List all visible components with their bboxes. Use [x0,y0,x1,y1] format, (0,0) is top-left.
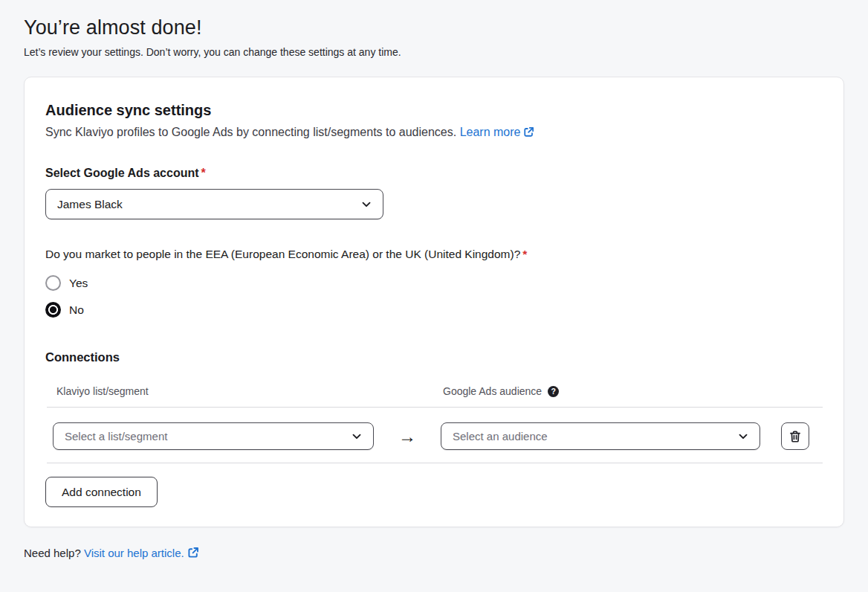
external-link-icon [187,547,199,559]
eea-question-text: Do you market to people in the EEA (Euro… [45,248,520,260]
audience-select[interactable]: Select an audience [441,422,760,450]
radio-selected-icon [45,302,61,318]
radio-option-no[interactable]: No [45,302,84,318]
chevron-down-icon [351,431,363,443]
radio-option-no-label: No [69,303,84,317]
external-link-icon [523,126,534,138]
audience-placeholder: Select an audience [453,430,548,443]
list-segment-placeholder: Select a list/segment [65,430,167,443]
radio-option-yes-label: Yes [69,277,88,290]
help-footer: Need help? Visit our help article. [24,547,844,559]
delete-connection-button[interactable] [781,422,809,450]
chevron-down-icon [360,199,372,210]
page-title: You’re almost done! [24,16,844,39]
page: You’re almost done! Let’s review your se… [0,0,868,582]
card-description-text: Sync Klaviyo profiles to Google Ads by c… [45,126,456,138]
eea-question-label: Do you market to people in the EEA (Euro… [45,248,823,261]
required-marker: * [522,248,527,260]
learn-more-label: Learn more [460,126,521,138]
connections-table-header: Klaviyo list/segment Google Ads audience… [47,385,823,407]
column-header-google-audience: Google Ads audience ? [443,385,559,397]
need-help-text: Need help? [24,547,81,559]
column-header-klaviyo-list: Klaviyo list/segment [56,385,443,397]
learn-more-link[interactable]: Learn more [460,126,535,138]
help-article-link[interactable]: Visit our help article. [84,547,199,559]
arrow-right-icon: → [374,428,441,445]
required-marker: * [201,167,206,179]
google-ads-account-select[interactable]: James Black [45,189,383,219]
radio-unselected-icon [45,275,61,291]
eea-radio-group: Yes No [45,275,823,318]
add-connection-button[interactable]: Add connection [45,477,158,507]
column-header-google-audience-text: Google Ads audience [443,385,542,397]
account-select-label-text: Select Google Ads account [45,167,199,179]
connection-row: Select a list/segment → Select an audien… [47,408,823,463]
radio-option-yes[interactable]: Yes [45,275,88,291]
trash-icon [788,430,802,443]
help-article-label: Visit our help article. [84,547,184,559]
card-description: Sync Klaviyo profiles to Google Ads by c… [45,126,823,139]
connections-heading: Connections [45,350,823,364]
page-subtitle: Let’s review your settings. Don’t worry,… [24,46,844,58]
list-segment-select[interactable]: Select a list/segment [53,422,374,450]
account-select-label: Select Google Ads account* [45,167,823,180]
table-divider-bottom [47,463,823,463]
audience-sync-settings-card: Audience sync settings Sync Klaviyo prof… [24,77,844,527]
help-icon[interactable]: ? [548,386,559,397]
chevron-down-icon [737,431,749,443]
account-select-value: James Black [57,198,123,211]
card-heading: Audience sync settings [45,102,823,119]
connections-table: Klaviyo list/segment Google Ads audience… [47,385,823,463]
